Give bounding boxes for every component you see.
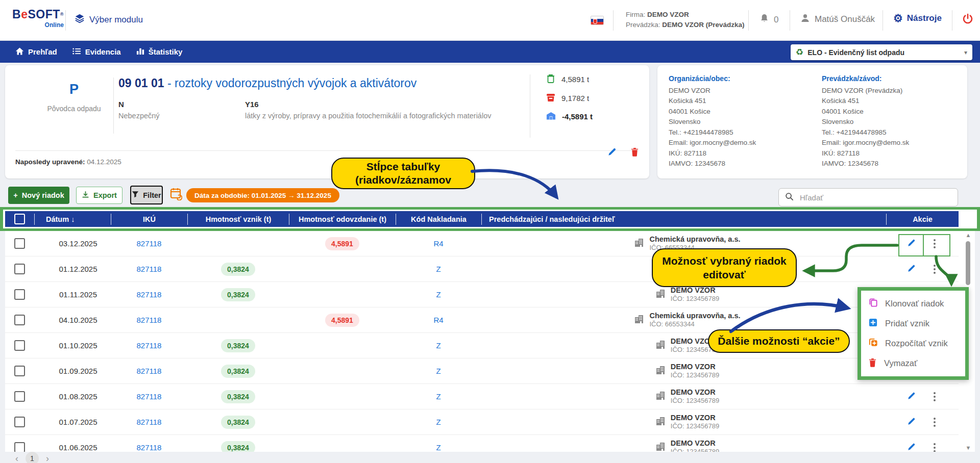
page-number[interactable]: 1 — [26, 452, 39, 463]
table-row[interactable]: 01.09.2025 827118 0,3824 Z DEMO VZOR IČO… — [5, 358, 959, 384]
export-button[interactable]: Export — [76, 187, 122, 204]
plus-icon: + — [13, 191, 17, 199]
column-header-kod[interactable]: Kód Nakladania — [396, 214, 481, 225]
info-line: Slovensko — [822, 117, 960, 127]
holder-ico: IČO: 123456789 — [671, 448, 719, 452]
site-details: DEMO VZOR (Prevádzka)Košická 45104001 Ko… — [822, 86, 960, 169]
row-menu-button[interactable] — [932, 416, 938, 429]
iku-link[interactable]: 827118 — [137, 239, 162, 248]
row-checkbox[interactable] — [14, 264, 25, 274]
iku-link[interactable]: 827118 — [137, 443, 162, 452]
table-row[interactable]: 01.06.2025 827118 0,3824 Z DEMO VZOR IČO… — [5, 435, 959, 452]
row-menu-button[interactable] — [932, 263, 938, 276]
column-header-drzitel[interactable]: Predchádzajúci / nasledujúci držiteľ — [481, 214, 886, 225]
menu-item-clone[interactable]: Klonovať riadok — [861, 294, 965, 314]
next-page-button[interactable]: › — [46, 453, 49, 463]
notifications-button[interactable]: 0 — [760, 13, 778, 26]
row-checkbox[interactable] — [14, 340, 25, 351]
row-checkbox[interactable] — [14, 315, 25, 325]
new-row-button[interactable]: + Nový riadok — [8, 187, 69, 204]
holder-cell: Chemická upravovňa, a.s. IČO: 66553344 — [481, 307, 886, 332]
edit-row-button[interactable] — [907, 442, 916, 452]
iku-link[interactable]: 827118 — [137, 265, 162, 273]
calendar-sync-icon[interactable] — [170, 187, 182, 202]
notifications-count: 0 — [774, 15, 778, 25]
language-flag-slovakia[interactable] — [591, 16, 604, 25]
app-logo[interactable]: BeSOFT® Online — [12, 9, 64, 30]
table-row[interactable]: 03.12.2025 827118 4,5891 R4 Chemická upr… — [5, 231, 959, 256]
logout-button[interactable] — [962, 13, 974, 27]
holder-name: Chemická upravovňa, a.s. — [649, 235, 740, 244]
user-menu-button[interactable]: Matúš Onuščák — [800, 13, 875, 25]
iku-link[interactable]: 827118 — [137, 367, 162, 375]
scroll-up-icon[interactable]: ▲ — [965, 232, 971, 238]
table-row[interactable]: 01.12.2025 827118 0,3824 Z DEMO VZOR IČO… — [5, 256, 959, 282]
totals: 4,5891 t 9,1782 t -4,5891 t — [546, 73, 593, 130]
holder-cell: DEMO VZOR IČO: 123456789 — [481, 409, 886, 434]
kod-link[interactable]: R4 — [433, 316, 443, 324]
module-picker-button[interactable]: Výber modulu — [75, 13, 143, 26]
iku-link[interactable]: 827118 — [137, 290, 162, 299]
menu-item-add-vznik[interactable]: Pridať vznik — [861, 314, 965, 333]
kod-link[interactable]: Z — [436, 418, 440, 426]
iku-link[interactable]: 827118 — [137, 392, 162, 401]
building-icon — [655, 340, 666, 351]
kod-link[interactable]: Z — [436, 290, 440, 299]
nav-item-statistiky[interactable]: Štatistiky — [136, 47, 183, 57]
nav-item-prehlad[interactable]: Prehľad — [15, 47, 57, 57]
row-checkbox[interactable] — [14, 289, 25, 300]
edit-row-button[interactable] — [907, 391, 916, 402]
row-checkbox[interactable] — [14, 417, 25, 427]
kod-link[interactable]: Z — [436, 392, 440, 401]
scroll-down-icon[interactable]: ▼ — [965, 445, 971, 451]
row-checkbox[interactable] — [14, 366, 25, 376]
period-badge[interactable]: Dáta za obdobie: 01.01.2025 → 31.12.2025 — [186, 188, 339, 202]
table-row[interactable]: 01.11.2025 827118 0,3824 Z DEMO VZOR IČO… — [5, 282, 959, 307]
delete-card-button[interactable] — [630, 147, 639, 159]
row-checkbox[interactable] — [14, 391, 25, 402]
row-checkbox[interactable] — [14, 238, 25, 249]
table-row[interactable]: 01.08.2025 827118 0,3824 Z DEMO VZOR IČO… — [5, 384, 959, 409]
iku-link[interactable]: 827118 — [137, 418, 162, 426]
column-header-datum[interactable]: Dátum ↓ — [34, 214, 111, 225]
menu-item-delete[interactable]: Vymazať — [861, 353, 965, 373]
origin-label: Pôvodca odpadu — [43, 105, 105, 113]
row-menu-button[interactable] — [932, 390, 938, 403]
search-input[interactable] — [799, 193, 951, 202]
iku-link[interactable]: 827118 — [137, 341, 162, 350]
kod-link[interactable]: Z — [436, 367, 440, 375]
row-checkbox[interactable] — [14, 442, 25, 452]
odovzdanie-badge: 4,5891 — [325, 237, 359, 250]
row-menu-button[interactable] — [932, 441, 938, 452]
table-row[interactable]: 01.07.2025 827118 0,3824 Z DEMO VZOR IČO… — [5, 409, 959, 435]
divider — [65, 10, 66, 31]
info-line: IAMVO: 12345678 — [822, 159, 960, 169]
menu-item-split-vznik[interactable]: Rozpočítať vznik — [861, 333, 965, 353]
kod-link[interactable]: Z — [436, 341, 440, 350]
checkbox-cell — [5, 333, 34, 358]
edit-row-button[interactable] — [907, 417, 916, 427]
column-header-vznik[interactable]: Hmotnosť vznik (t) — [187, 214, 289, 225]
kod-cell: R4 — [396, 231, 481, 256]
module-select[interactable]: ♻ ELO - Evidenčný list odpadu ▾ — [791, 44, 972, 60]
scrollbar-thumb[interactable] — [966, 241, 970, 285]
tools-button[interactable]: ⚙ Nástroje — [893, 13, 942, 23]
company-info: Firma: DEMO VZOR Prevádzka: DEMO VZOR (P… — [626, 10, 745, 30]
bell-icon — [760, 13, 769, 26]
nav-item-evidencia[interactable]: Evidencia — [72, 47, 121, 57]
column-header-iku[interactable]: IKÚ — [111, 214, 187, 225]
kod-link[interactable]: Z — [436, 443, 440, 452]
prev-page-button[interactable]: ‹ — [15, 453, 18, 463]
kod-link[interactable]: Z — [436, 265, 440, 273]
annotation-callout-edit: Možnosť vybraný riadok editovať — [652, 248, 797, 287]
date-cell: 01.12.2025 — [34, 256, 111, 281]
edit-row-button[interactable] — [907, 264, 916, 274]
column-header-odovzdanie[interactable]: Hmotnosť odovzdanie (t) — [289, 214, 396, 225]
kod-link[interactable]: R4 — [433, 239, 443, 248]
select-all-checkbox[interactable] — [14, 214, 25, 224]
filter-button[interactable]: Filter — [130, 186, 163, 204]
edit-card-button[interactable] — [607, 147, 617, 159]
info-line: Tel.: +421944478985 — [822, 127, 960, 138]
iku-link[interactable]: 827118 — [137, 316, 162, 324]
kod-cell: Z — [396, 282, 481, 307]
